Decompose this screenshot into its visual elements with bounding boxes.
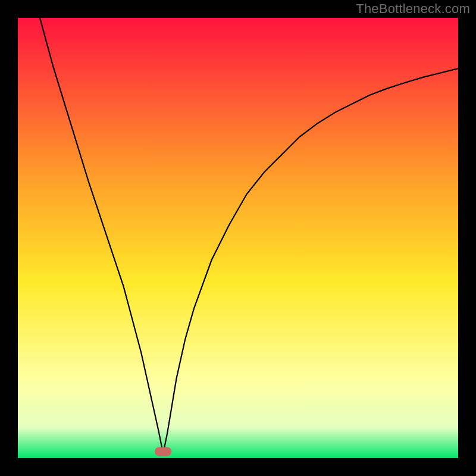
- watermark-text: TheBottleneck.com: [356, 1, 470, 17]
- minimum-marker: [155, 447, 171, 456]
- plot-background: [18, 18, 458, 458]
- chart-svg: [0, 0, 476, 476]
- chart-frame: TheBottleneck.com: [0, 0, 476, 476]
